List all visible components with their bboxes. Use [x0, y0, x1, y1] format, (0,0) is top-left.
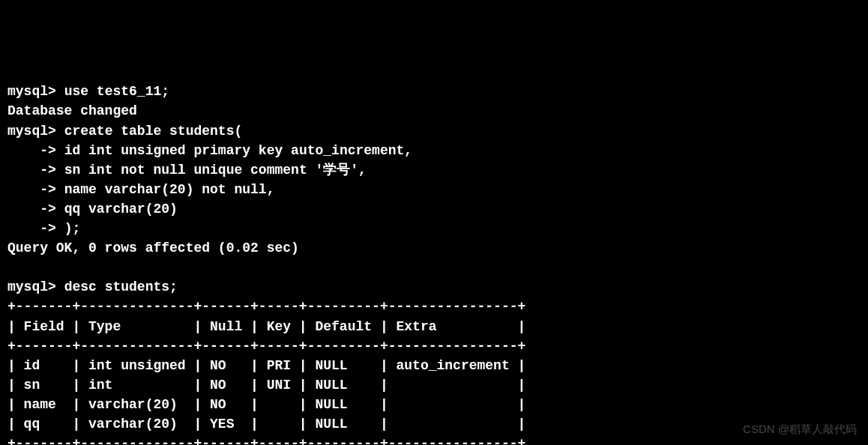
cont-prompt: ->	[7, 202, 56, 217]
msg-query-ok: Query OK, 0 rows affected (0.02 sec)	[7, 240, 299, 255]
table-border: +-------+--------------+------+-----+---…	[7, 436, 525, 445]
cmd-desc: desc students;	[64, 279, 178, 294]
table-row: | name | varchar(20) | NO | | NULL | |	[7, 397, 525, 412]
table-row: | qq | varchar(20) | YES | | NULL | |	[7, 417, 525, 432]
cont-prompt: ->	[7, 163, 56, 178]
cmd-create-l5: qq varchar(20)	[64, 202, 178, 217]
cmd-create-l6: );	[64, 221, 81, 236]
prompt: mysql>	[7, 124, 56, 139]
table-border: +-------+--------------+------+-----+---…	[7, 339, 525, 354]
cmd-create-l2: id int unsigned primary key auto_increme…	[64, 143, 412, 158]
cmd-use: use test6_11;	[64, 84, 169, 99]
table-row: | sn | int | NO | UNI | NULL | |	[7, 378, 525, 393]
cont-prompt: ->	[7, 221, 56, 236]
cont-prompt: ->	[7, 143, 56, 158]
cmd-create-l3: sn int not null unique comment '学号',	[64, 163, 367, 178]
prompt: mysql>	[7, 279, 56, 294]
cmd-create-l4: name varchar(20) not null,	[64, 182, 275, 197]
msg-db-changed: Database changed	[7, 103, 137, 118]
prompt: mysql>	[7, 84, 56, 99]
table-header: | Field | Type | Null | Key | Default | …	[7, 319, 525, 334]
cmd-create-l1: create table students(	[64, 124, 243, 139]
watermark: CSDN @稻草人敲代码	[743, 421, 857, 438]
table-row: | id | int unsigned | NO | PRI | NULL | …	[7, 358, 525, 373]
cont-prompt: ->	[7, 182, 56, 197]
terminal-output: mysql> use test6_11; Database changed my…	[7, 82, 861, 445]
table-border: +-------+--------------+------+-----+---…	[7, 299, 525, 314]
